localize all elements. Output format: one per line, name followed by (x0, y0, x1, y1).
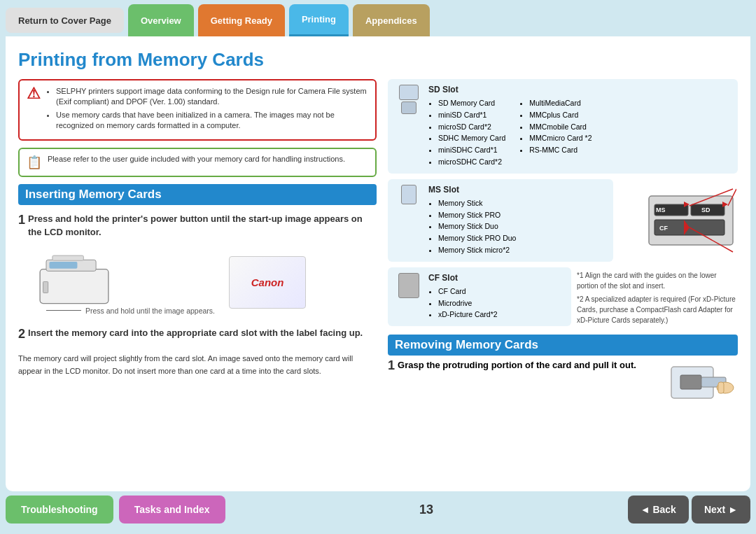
sd-item-10: MMCmicro Card *2 (529, 132, 592, 144)
overview-button[interactable]: Overview (128, 4, 194, 36)
sd-slot-col1: SD Memory Card miniSD Card*1 microSD Car… (428, 97, 505, 168)
cf-slot-content: CF Slot CF Card Microdrive xD-Picture Ca… (428, 273, 564, 321)
ms-card-icons (395, 185, 423, 204)
page-number: 13 (231, 503, 622, 517)
step-1-text: Press and hold the printer's power butto… (28, 213, 363, 238)
svg-rect-4 (52, 255, 83, 260)
printer-svg (32, 251, 116, 307)
ms-item-4: Memory Stick PRO Duo (438, 232, 606, 244)
removing-svg (668, 360, 738, 405)
step-1-label: Press and hold until the image appears. (46, 307, 215, 315)
removing-text: 1 Grasp the protruding portion of the ca… (388, 360, 659, 373)
footnotes: *1 Align the card with the guides on the… (577, 270, 738, 326)
svg-rect-3 (43, 281, 48, 293)
footnote-1: *1 Align the card with the guides on the… (577, 270, 738, 291)
top-navigation: Return to Cover Page Overview Getting Re… (0, 0, 756, 36)
ms-item-2: Memory Stick PRO (438, 209, 606, 221)
slot-diagram-area: MS SD CF (619, 179, 738, 262)
step-1-number: 1 (18, 211, 25, 230)
slot-diagram-svg: MS SD CF (621, 182, 736, 259)
cf-slot-title: CF Slot (428, 273, 564, 283)
sd-item-9: MMCmobile Card (529, 121, 592, 133)
next-button[interactable]: Next ► (692, 496, 750, 524)
sd-slot-row: SD Slot SD Memory Card miniSD Card*1 mic… (395, 85, 731, 168)
sd-item-3: microSD Card*2 (438, 121, 505, 133)
sd-slot-card: SD Slot SD Memory Card miniSD Card*1 mic… (388, 79, 738, 174)
removing-section: Removing Memory Cards 1 Grasp the protru… (388, 335, 738, 408)
right-column: SD Slot SD Memory Card miniSD Card*1 mic… (388, 79, 738, 484)
canon-display: Canon (229, 256, 306, 309)
sd-card-icons (395, 85, 423, 114)
bottom-navigation: Troubleshooting Tasks and Index 13 ◄ Bac… (0, 491, 756, 528)
page-title: Printing from Memory Cards (18, 49, 738, 71)
troubleshooting-button[interactable]: Troubleshooting (6, 496, 113, 524)
cf-item-3: xD-Picture Card*2 (438, 309, 564, 321)
warning-icon: ⚠ (27, 85, 41, 103)
sd-item-11: RS-MMC Card (529, 144, 592, 156)
getting-ready-button[interactable]: Getting Ready (198, 4, 285, 36)
footnote-2: *2 A specialized adapter is required (Fo… (577, 294, 738, 325)
step-1-label-text: Press and hold until the image appears. (85, 307, 215, 315)
sd-slot-cols: SD Memory Card miniSD Card*1 microSD Car… (428, 97, 731, 168)
sd-item-5: miniSDHC Card*1 (438, 144, 505, 156)
removing-section-header: Removing Memory Cards (388, 335, 738, 356)
ms-item-5: Memory Stick micro*2 (438, 244, 606, 256)
sd-slot-content: SD Slot SD Memory Card miniSD Card*1 mic… (428, 85, 731, 168)
svg-rect-0 (40, 269, 108, 303)
cf-slot-card: CF Slot CF Card Microdrive xD-Picture Ca… (388, 267, 571, 326)
cf-item-2: Microdrive (438, 297, 564, 309)
warning-item-2: Use memory cards that have been initiali… (56, 110, 368, 132)
back-button[interactable]: ◄ Back (628, 496, 689, 524)
step-1-images: Press and hold until the image appears. … (32, 251, 377, 315)
sd-item-1: SD Memory Card (438, 97, 505, 109)
cf-slot-row: CF Slot CF Card Microdrive xD-Picture Ca… (388, 267, 738, 326)
svg-rect-22 (718, 382, 724, 393)
step-2: 2 Insert the memory card into the approp… (18, 326, 377, 378)
cf-card-icons (395, 273, 423, 298)
ms-item-1: Memory Stick (438, 197, 606, 209)
sd-item-8: MMCplus Card (529, 109, 592, 121)
ms-slot-card: MS Slot Memory Stick Memory Stick PRO Me… (388, 179, 613, 262)
svg-text:CF: CF (659, 225, 668, 232)
step-2-text-normal: The memory card will project slightly fr… (18, 354, 353, 375)
removing-step-number: 1 (388, 358, 395, 373)
sd-item-2: miniSD Card*1 (438, 109, 505, 121)
info-box: 📋 Please refer to the user guide include… (18, 148, 377, 177)
back-next-buttons: ◄ Back Next ► (628, 496, 750, 524)
removing-image (668, 360, 738, 408)
cf-item-1: CF Card (438, 286, 564, 297)
sd-icon-2 (401, 101, 416, 114)
info-text: Please refer to the user guide included … (48, 155, 345, 163)
cf-icon-1 (398, 273, 419, 298)
info-icon: 📋 (27, 155, 42, 170)
sd-icon-1 (399, 85, 419, 100)
warning-box: ⚠ SELPHY printers support image data con… (18, 79, 377, 141)
sd-item-7: MultiMediaCard (529, 97, 592, 109)
warning-item-1: SELPHY printers support image data confo… (56, 86, 368, 108)
sd-slot-title: SD Slot (428, 85, 731, 94)
content-columns: ⚠ SELPHY printers support image data con… (18, 79, 738, 484)
step-2-text-bold: Insert the memory card into the appropri… (28, 328, 363, 338)
ms-icon-1 (401, 185, 416, 204)
svg-rect-2 (49, 262, 77, 269)
return-to-cover-button[interactable]: Return to Cover Page (6, 8, 124, 33)
main-content-area: Printing from Memory Cards ⚠ SELPHY prin… (6, 36, 750, 491)
svg-text:SD: SD (701, 206, 710, 213)
ms-slot-content: MS Slot Memory Stick Memory Stick PRO Me… (428, 185, 606, 256)
ms-slot-title: MS Slot (428, 185, 606, 195)
ms-slot-row: MS Slot Memory Stick Memory Stick PRO Me… (388, 179, 738, 262)
printer-image-area: Press and hold until the image appears. (32, 251, 215, 315)
ms-slot-inner: MS Slot Memory Stick Memory Stick PRO Me… (395, 185, 606, 256)
removing-step-text: Grasp the protruding portion of the card… (398, 360, 636, 370)
step-2-number: 2 (18, 325, 25, 344)
left-column: ⚠ SELPHY printers support image data con… (18, 79, 377, 484)
sd-slot-col2: MultiMediaCard MMCplus Card MMCmobile Ca… (519, 97, 592, 168)
sd-item-6: microSDHC Card*2 (438, 156, 505, 168)
tasks-index-button[interactable]: Tasks and Index (119, 496, 225, 524)
warning-text: SELPHY printers support image data confo… (46, 86, 368, 134)
inserting-section-header: Inserting Memory Cards (18, 184, 377, 205)
removing-row: 1 Grasp the protruding portion of the ca… (388, 360, 738, 408)
printing-button[interactable]: Printing (289, 4, 349, 36)
sd-item-4: SDHC Memory Card (438, 132, 505, 144)
appendices-button[interactable]: Appendices (353, 4, 430, 36)
